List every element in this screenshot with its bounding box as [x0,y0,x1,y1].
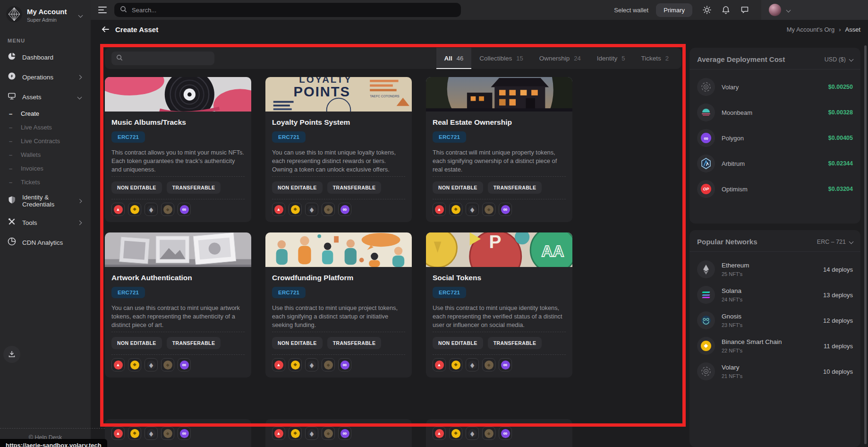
notifications-bell-icon[interactable] [722,6,730,14]
messages-chat-icon[interactable] [740,6,749,14]
template-card-social[interactable]: PAA Social Tokens ERC721 Use this contra… [426,232,572,378]
polygon-icon[interactable]: ∞ [178,203,191,216]
template-card-artwork[interactable]: Artwork Authentication ERC721 You can us… [105,232,251,378]
user-menu[interactable] [761,0,868,20]
avalanche-icon[interactable]: ▲ [111,358,125,371]
network-nft-count: 22 NFT's [722,348,782,353]
polygon-icon[interactable]: ∞ [499,203,512,216]
avalanche-icon[interactable]: ▲ [111,427,125,440]
template-card-partial[interactable]: ▲ ❖ ◆ ◆ ∞ [426,419,572,447]
ethereum-icon[interactable]: ◆ [145,358,158,371]
sidebar-item-live-assets[interactable]: –Live Assets [0,120,91,134]
avalanche-icon[interactable]: ▲ [433,203,446,216]
chevron-down-icon [78,13,83,17]
klaytn-icon[interactable]: ◆ [322,427,335,440]
dash-icon: – [9,179,15,186]
sidebar-item-wallets[interactable]: –Wallets [0,148,91,162]
polygon-icon[interactable]: ∞ [499,427,512,440]
template-card-crowdfunding[interactable]: Crowdfunding Platform ERC721 Use this co… [265,232,412,378]
download-button[interactable] [3,346,20,363]
erc-filter-selector[interactable]: ERC – 721 [817,239,853,245]
ethereum-icon[interactable]: ◆ [305,358,318,371]
tab-label: Identity [597,55,618,62]
sidebar-item-dashboard[interactable]: Dashboard [0,47,91,67]
klaytn-icon[interactable]: ◆ [161,203,174,216]
hamburger-menu-icon[interactable] [98,7,107,13]
polygon-icon[interactable]: ∞ [338,427,351,440]
ethereum-icon[interactable]: ◆ [145,427,158,440]
avalanche-icon[interactable]: ▲ [433,358,446,371]
ethereum-icon[interactable]: ◆ [145,203,158,216]
polygon-icon[interactable]: ∞ [499,358,512,371]
binance-icon[interactable]: ❖ [449,203,462,216]
page-title: Create Asset [115,26,158,34]
template-card-music[interactable]: Music Albums/Tracks ERC721 This contract… [105,77,251,222]
global-search-input[interactable] [132,7,455,14]
sidebar-item-label: Assets [22,94,42,101]
binance-icon[interactable]: ❖ [289,203,302,216]
tab-collectibles[interactable]: Collectibles15 [471,48,531,69]
template-card-real-estate[interactable]: Real Estate Ownership ERC721 This contra… [426,77,572,222]
klaytn-icon[interactable]: ◆ [482,427,495,440]
avalanche-icon[interactable]: ▲ [272,427,285,440]
klaytn-icon[interactable]: ◆ [482,203,495,216]
avalanche-icon[interactable]: ▲ [111,203,125,216]
sidebar-item-tickets[interactable]: –Tickets [0,175,91,189]
ethereum-icon[interactable]: ◆ [466,427,479,440]
binance-icon[interactable]: ❖ [449,427,462,440]
sidebar-item-tools[interactable]: Tools [0,213,91,232]
avalanche-icon[interactable]: ▲ [433,427,446,440]
binance-icon[interactable]: ❖ [289,427,302,440]
scrollbar[interactable] [864,45,867,444]
polygon-icon[interactable]: ∞ [178,358,191,371]
polygon-icon[interactable]: ∞ [338,358,351,371]
polygon-icon[interactable]: ∞ [338,203,351,216]
tab-tickets[interactable]: Tickets2 [633,48,677,69]
binance-icon: ❖ [697,337,715,355]
klaytn-icon[interactable]: ◆ [322,358,335,371]
back-button[interactable] [101,26,110,33]
wallet-primary-button[interactable]: Primary [656,3,692,17]
sidebar-item-identity-credentials[interactable]: Identity & Credentials [0,189,91,213]
template-card-loyalty[interactable]: LOYALTYPOINTSTAEFC COTONDRS Loyalty Poin… [265,77,412,222]
klaytn-icon[interactable]: ◆ [322,203,335,216]
klaytn-icon[interactable]: ◆ [161,427,174,440]
tab-ownership[interactable]: Ownership24 [531,48,589,69]
binance-icon[interactable]: ❖ [449,358,462,371]
binance-icon[interactable]: ❖ [128,203,141,216]
sidebar-item-cdn-analytics[interactable]: CDN Analytics [0,232,91,252]
binance-icon[interactable]: ❖ [128,427,141,440]
sidebar-item-invoices[interactable]: –Invoices [0,162,91,175]
panel-title: Average Deployment Cost [697,55,785,63]
template-card-partial[interactable]: ▲ ❖ ◆ ◆ ∞ [105,419,251,447]
klaytn-icon[interactable]: ◆ [482,358,495,371]
tools-icon [8,217,16,228]
asset-search-input[interactable] [127,55,210,62]
network-name: Volary [722,364,742,371]
theme-sun-icon[interactable] [703,6,711,14]
sidebar-item-create[interactable]: –Create [0,107,91,120]
polygon-icon[interactable]: ∞ [178,427,191,440]
ethereum-icon[interactable]: ◆ [305,427,318,440]
breadcrumb-parent[interactable]: My Account's Org [787,26,834,33]
ethereum-icon[interactable]: ◆ [305,203,318,216]
template-card-partial[interactable]: ▲ ❖ ◆ ◆ ∞ [265,419,412,447]
currency-selector[interactable]: USD ($) [825,56,853,63]
avalanche-icon[interactable]: ▲ [272,358,285,371]
binance-icon[interactable]: ❖ [289,358,302,371]
sidebar-item-live-contracts[interactable]: –Live Contracts [0,134,91,148]
tab-identity[interactable]: Identity5 [589,48,633,69]
global-search [114,3,461,17]
sidebar-item-assets[interactable]: Assets [0,87,91,107]
tab-all[interactable]: All46 [436,48,472,69]
card-description: You can use this to mint unique loyalty … [272,148,405,174]
cost-row: Arbitrum $0.02344 [697,151,853,176]
binance-icon[interactable]: ❖ [128,358,141,371]
klaytn-icon[interactable]: ◆ [161,358,174,371]
sidebar-item-operations[interactable]: Operations [0,67,91,87]
ethereum-icon[interactable]: ◆ [466,358,479,371]
account-switcher[interactable]: My Account Super Admin [0,0,91,28]
select-wallet-label[interactable]: Select wallet [614,7,648,14]
avalanche-icon[interactable]: ▲ [272,203,285,216]
ethereum-icon[interactable]: ◆ [466,203,479,216]
